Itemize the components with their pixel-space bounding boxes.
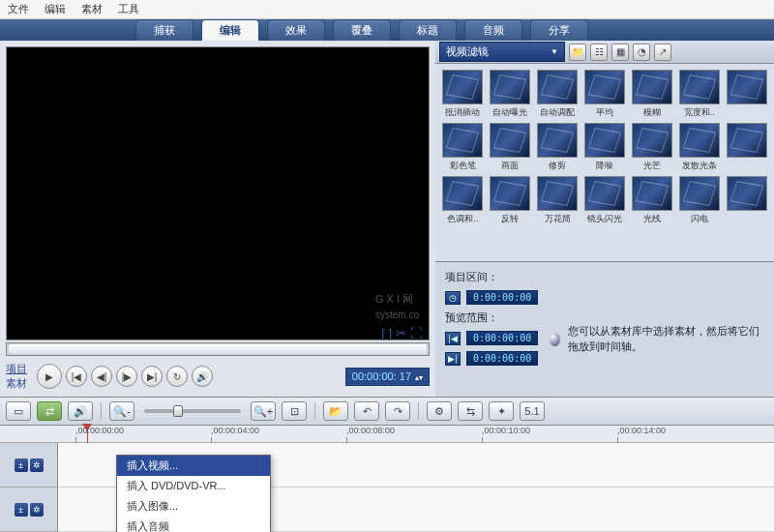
filter-thumb bbox=[442, 123, 483, 158]
filter-thumb bbox=[679, 123, 720, 158]
tab-effect[interactable]: 效果 bbox=[267, 19, 325, 41]
library-item[interactable]: 宽度和.. bbox=[677, 70, 721, 119]
library-item[interactable]: 平均 bbox=[583, 70, 627, 119]
filter-thumb bbox=[584, 176, 625, 211]
mode-clip[interactable]: 素材 bbox=[6, 376, 27, 391]
mark-out-btn[interactable]: ▶| bbox=[445, 352, 461, 366]
filter-label: 宽度和.. bbox=[684, 106, 715, 119]
view-icon[interactable]: ▦ bbox=[611, 44, 629, 61]
library-item[interactable] bbox=[725, 70, 768, 119]
library-item[interactable]: 自动曝光 bbox=[489, 70, 532, 119]
overlay-track-header[interactable]: ± ✲ bbox=[0, 488, 57, 532]
library-item[interactable] bbox=[725, 176, 768, 225]
filter-thumb bbox=[632, 123, 672, 158]
video-track-header[interactable]: ± ✲ bbox=[0, 443, 57, 488]
filter-label: 自动调配 bbox=[540, 106, 575, 119]
mode-project[interactable]: 项目 bbox=[6, 362, 27, 376]
timeline-ruler[interactable]: ,00:00:00:00,00:00:04:00,00:00:08:00,00:… bbox=[0, 426, 774, 443]
library-item[interactable]: 彩色笔 bbox=[441, 123, 485, 172]
context-menu: 插入视频...插入 DVD/DVD-VR...插入图像...插入音频 bbox=[116, 455, 271, 532]
library-item[interactable]: 降噪 bbox=[583, 123, 627, 172]
tab-audio[interactable]: 音频 bbox=[464, 19, 522, 41]
repeat-button[interactable]: ↻ bbox=[166, 366, 188, 387]
menu-clip[interactable]: 素材 bbox=[81, 2, 103, 16]
undo-button[interactable]: ↶ bbox=[354, 401, 379, 421]
tab-overlay[interactable]: 覆叠 bbox=[333, 19, 391, 41]
expand-icon[interactable]: ⛶ bbox=[410, 326, 423, 340]
context-menu-item[interactable]: 插入图像... bbox=[117, 496, 270, 517]
mark-in-btn[interactable]: |◀ bbox=[445, 332, 461, 345]
fit-button[interactable]: ⊡ bbox=[282, 401, 307, 421]
library-header: 视频滤镜 ▼ 📁 ☷ ▦ ◔ ↗ bbox=[435, 41, 774, 64]
batch-convert-button[interactable]: ⇆ bbox=[458, 401, 483, 421]
library-item[interactable]: 光芒 bbox=[630, 123, 673, 172]
library-item[interactable]: 发散光条 bbox=[677, 123, 721, 172]
sort-icon[interactable]: ☷ bbox=[590, 44, 608, 61]
manage-icon[interactable]: ◔ bbox=[633, 44, 650, 61]
cut-icon[interactable]: ✂ bbox=[396, 326, 406, 340]
library-item[interactable]: 色调和.. bbox=[441, 176, 485, 225]
smart-proxy-button[interactable]: ⚙ bbox=[427, 401, 452, 421]
filter-label: 自动曝光 bbox=[492, 106, 527, 119]
preview-controls: 项目 素材 ▶ |◀ ◀| |▶ ▶| ↻ 🔊 00:00:00: 17▴▾ bbox=[6, 362, 430, 391]
preview-in-tc[interactable]: 0:00:00:00 bbox=[466, 331, 538, 345]
tab-share[interactable]: 分享 bbox=[530, 19, 588, 41]
preview-panel: G X I 网 system.co [ ] ✂ ⛶ 项目 素材 ▶ |◀ ◀| … bbox=[0, 41, 435, 397]
storyboard-view-button[interactable]: ▭ bbox=[6, 401, 31, 421]
filter-thumb bbox=[632, 70, 672, 104]
insert-media-button[interactable]: 📂 bbox=[323, 401, 348, 421]
preview-scrubber[interactable]: [ ] ✂ ⛶ bbox=[6, 342, 430, 356]
menu-file[interactable]: 文件 bbox=[8, 2, 29, 16]
filter-label: 镜头闪光 bbox=[587, 213, 622, 225]
volume-button[interactable]: 🔊 bbox=[192, 366, 213, 387]
tab-title[interactable]: 标题 bbox=[399, 19, 457, 41]
library-item[interactable]: 反转 bbox=[489, 176, 532, 225]
library-item[interactable]: 闪电 bbox=[677, 176, 721, 225]
zoom-slider[interactable] bbox=[144, 409, 241, 413]
tab-capture[interactable]: 捕获 bbox=[135, 19, 194, 41]
surround-button[interactable]: 5.1 bbox=[520, 401, 545, 421]
menu-edit[interactable]: 编辑 bbox=[45, 2, 66, 16]
zoom-in-button[interactable]: 🔍+ bbox=[251, 401, 276, 421]
context-menu-item[interactable]: 插入音频 bbox=[117, 517, 270, 532]
duration-icon[interactable]: ◷ bbox=[445, 291, 461, 305]
library-item[interactable]: 万花筒 bbox=[536, 176, 580, 225]
menubar: 文件 编辑 素材 工具 bbox=[0, 0, 774, 19]
library-item[interactable] bbox=[725, 123, 768, 172]
filter-thumb bbox=[727, 70, 767, 104]
end-button[interactable]: ▶| bbox=[141, 366, 163, 387]
library-category-dropdown[interactable]: 视频滤镜 ▼ bbox=[439, 42, 565, 62]
library-item[interactable]: 模糊 bbox=[630, 70, 673, 119]
filter-label: 光芒 bbox=[643, 160, 661, 172]
context-menu-item[interactable]: 插入 DVD/DVD-VR... bbox=[117, 476, 270, 496]
library-item[interactable]: 镜头闪光 bbox=[583, 176, 627, 225]
folder-icon[interactable]: 📁 bbox=[569, 44, 586, 61]
mark-in-icon[interactable]: [ ] bbox=[381, 326, 392, 340]
play-button[interactable]: ▶ bbox=[37, 364, 62, 389]
preview-timecode[interactable]: 00:00:00: 17▴▾ bbox=[345, 368, 430, 386]
menu-tools[interactable]: 工具 bbox=[118, 2, 139, 16]
project-duration[interactable]: 0:00:00:00 bbox=[466, 290, 538, 305]
redo-button[interactable]: ↷ bbox=[385, 401, 410, 421]
audio-view-button[interactable]: 🔊 bbox=[68, 401, 93, 421]
library-item[interactable]: 光线 bbox=[630, 176, 673, 225]
library-item[interactable]: 画面 bbox=[489, 123, 532, 172]
zoom-out-button[interactable]: 🔍- bbox=[109, 401, 134, 421]
filter-thumb bbox=[537, 176, 578, 211]
timeline-view-button[interactable]: ⇄ bbox=[37, 401, 62, 421]
filter-thumb bbox=[537, 70, 578, 104]
context-menu-item[interactable]: 插入视频... bbox=[117, 456, 270, 476]
home-button[interactable]: |◀ bbox=[66, 366, 87, 387]
expand-lib-icon[interactable]: ↗ bbox=[654, 44, 671, 61]
filter-thumb bbox=[727, 123, 767, 158]
library-item[interactable]: 抵消插动 bbox=[441, 70, 485, 119]
prev-button[interactable]: ◀| bbox=[91, 366, 112, 387]
library-item[interactable]: 自动调配 bbox=[536, 70, 580, 119]
next-button[interactable]: |▶ bbox=[116, 366, 137, 387]
library-item[interactable]: 修剪 bbox=[536, 123, 580, 172]
ruler-mark: ,00:00:08:00 bbox=[346, 426, 395, 435]
tab-edit[interactable]: 编辑 bbox=[201, 19, 259, 41]
watermark-main: G X I 网 bbox=[375, 293, 413, 305]
ripple-button[interactable]: ✦ bbox=[489, 401, 514, 421]
preview-out-tc[interactable]: 0:00:00:00 bbox=[466, 351, 538, 366]
